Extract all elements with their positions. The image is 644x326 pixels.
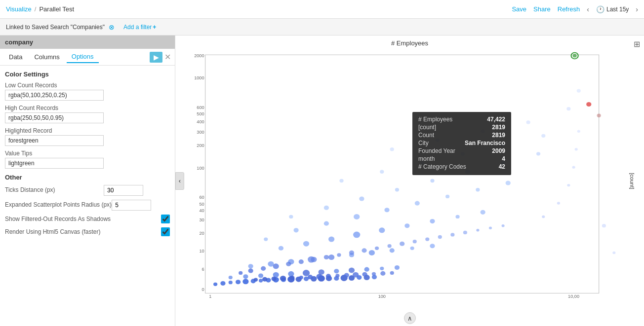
svg-point-53 xyxy=(395,265,400,270)
svg-point-47 xyxy=(303,270,310,276)
svg-point-77 xyxy=(384,208,389,212)
svg-point-72 xyxy=(481,210,485,215)
svg-point-98 xyxy=(481,130,485,133)
value-tips-input[interactable] xyxy=(5,158,104,169)
svg-point-24 xyxy=(242,279,248,284)
svg-point-147 xyxy=(572,166,575,168)
value-tips-row: Value Tips xyxy=(5,150,170,169)
svg-text:100: 100 xyxy=(197,166,204,170)
svg-point-74 xyxy=(293,228,298,232)
ticks-input[interactable] xyxy=(104,185,143,196)
svg-point-81 xyxy=(506,181,511,185)
panel-header: company xyxy=(0,36,175,49)
expand-icon[interactable]: ⊞ xyxy=(634,39,640,49)
ticks-row: Ticks Distance (px) xyxy=(5,185,170,196)
svg-point-144 xyxy=(542,216,545,218)
svg-text:20: 20 xyxy=(199,231,204,235)
scatter-input[interactable] xyxy=(112,200,151,211)
main-layout: company Data Columns Options ▶ ✕ Color S… xyxy=(0,36,644,326)
svg-point-110 xyxy=(289,276,294,280)
visualize-link[interactable]: Visualize xyxy=(6,5,32,13)
svg-point-58 xyxy=(328,254,334,260)
svg-point-67 xyxy=(353,232,360,238)
highlighted-input[interactable] xyxy=(5,135,104,146)
show-filtered-checkbox[interactable] xyxy=(161,215,170,223)
svg-point-112 xyxy=(308,275,313,279)
svg-point-88 xyxy=(501,161,505,164)
low-count-row: Low Count Records xyxy=(5,82,170,101)
svg-text:300: 300 xyxy=(197,130,204,134)
svg-point-42 xyxy=(229,276,233,279)
svg-point-82 xyxy=(289,215,293,218)
tab-columns[interactable]: Columns xyxy=(29,51,64,63)
save-button[interactable]: Save xyxy=(512,5,526,13)
svg-point-99 xyxy=(526,120,530,124)
low-count-input[interactable] xyxy=(5,90,104,101)
svg-text:200: 200 xyxy=(197,144,204,148)
breadcrumb-separator: / xyxy=(35,5,37,13)
svg-rect-0 xyxy=(205,55,599,293)
svg-text:2000: 2000 xyxy=(194,53,204,58)
scatter-row: Expanded Scatterplot Points Radius (px) xyxy=(5,200,170,211)
svg-point-120 xyxy=(380,271,385,276)
tab-options[interactable]: Options xyxy=(67,51,99,63)
panel-toggle-button[interactable]: ‹ xyxy=(175,172,184,190)
svg-point-20 xyxy=(213,283,217,286)
run-button[interactable]: ▶ xyxy=(150,52,162,63)
svg-point-146 xyxy=(567,184,570,186)
share-button[interactable]: Share xyxy=(533,5,551,13)
panel-tabs: Data Columns Options ▶ ✕ xyxy=(0,49,175,66)
svg-point-71 xyxy=(455,215,459,218)
svg-point-111 xyxy=(299,276,303,279)
svg-text:600: 600 xyxy=(197,105,204,109)
left-panel: company Data Columns Options ▶ ✕ Color S… xyxy=(0,36,175,326)
svg-point-79 xyxy=(445,195,449,198)
svg-point-113 xyxy=(316,274,322,279)
svg-point-117 xyxy=(353,272,359,278)
nav-left-button[interactable]: ‹ xyxy=(587,5,589,13)
link-icon: ⊗ xyxy=(109,23,115,31)
svg-point-70 xyxy=(430,219,435,223)
ticks-label: Ticks Distance (px) xyxy=(5,186,104,193)
svg-point-101 xyxy=(577,89,581,92)
svg-point-23 xyxy=(236,280,241,284)
tab-actions: ▶ ✕ xyxy=(150,52,171,63)
svg-point-50 xyxy=(349,268,355,273)
high-count-input[interactable] xyxy=(5,112,104,123)
svg-text:400: 400 xyxy=(197,119,204,124)
svg-point-61 xyxy=(390,248,395,253)
scatter-chart: 2000 1000 600 500 400 300 200 100 60 50 … xyxy=(190,50,629,311)
svg-text:100: 100 xyxy=(378,294,386,298)
svg-point-21 xyxy=(220,281,225,286)
render-canvas-row: Render Using Html5 Canvas (faster) xyxy=(5,227,170,236)
svg-point-94 xyxy=(501,143,505,146)
svg-point-134 xyxy=(388,244,392,248)
svg-point-142 xyxy=(489,227,492,229)
svg-point-60 xyxy=(369,250,375,255)
close-panel-button[interactable]: ✕ xyxy=(164,52,171,63)
svg-point-64 xyxy=(279,246,283,251)
svg-point-122 xyxy=(239,271,242,275)
render-canvas-label: Render Using Html5 Canvas (faster) xyxy=(5,228,161,235)
svg-point-137 xyxy=(425,237,429,241)
add-filter-area: Add a filter + xyxy=(123,24,156,31)
page-title: Parallel Test xyxy=(39,5,74,13)
svg-point-87 xyxy=(465,170,470,174)
render-canvas-checkbox[interactable] xyxy=(161,227,170,236)
other-title: Other xyxy=(5,174,170,181)
tab-data[interactable]: Data xyxy=(4,51,27,63)
svg-point-65 xyxy=(303,241,309,247)
refresh-button[interactable]: Refresh xyxy=(558,5,580,13)
chevron-left-icon: ‹ xyxy=(179,177,181,184)
svg-point-123 xyxy=(248,268,253,273)
svg-point-49 xyxy=(334,269,339,273)
show-filtered-row: Show Filtered-Out Records As Shadows xyxy=(5,215,170,223)
bottom-toggle-button[interactable]: ∧ xyxy=(404,312,416,324)
svg-point-91 xyxy=(380,170,384,174)
svg-point-105 xyxy=(573,54,577,57)
nav-right-button[interactable]: › xyxy=(636,5,638,13)
svg-point-103 xyxy=(597,114,601,117)
svg-point-63 xyxy=(430,244,435,248)
add-filter-button[interactable]: Add a filter + xyxy=(123,24,156,31)
sub-bar: Linked to Saved Search "Companies" ⊗ Add… xyxy=(0,19,644,36)
